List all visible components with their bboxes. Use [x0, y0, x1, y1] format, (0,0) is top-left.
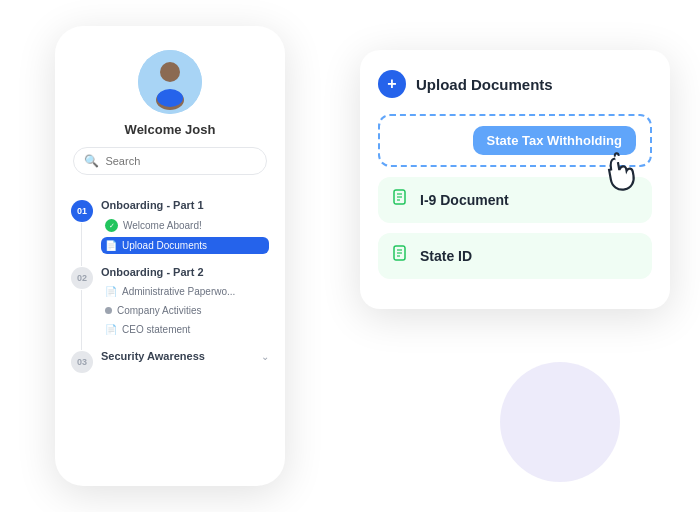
doc-icon-state-id — [392, 245, 410, 267]
avatar — [138, 50, 202, 114]
sub-item-ceo[interactable]: 📄 CEO statement — [101, 321, 269, 338]
upload-card-title: Upload Documents — [416, 76, 553, 93]
doc-icon-ceo: 📄 — [105, 324, 117, 335]
doc-icon-i9 — [392, 189, 410, 211]
phone-header: Welcome Josh 🔍 — [55, 26, 285, 199]
timeline-section-02: 02 Onboarding - Part 2 📄 Administrative … — [71, 266, 269, 340]
bg-decoration-circle-1 — [500, 362, 620, 482]
sub-item-company[interactable]: Company Activities — [101, 302, 269, 319]
sub-label-upload: Upload Documents — [122, 240, 207, 251]
upload-card-header: + Upload Documents — [378, 70, 652, 98]
plus-icon: + — [378, 70, 406, 98]
sub-item-admin[interactable]: 📄 Administrative Paperwo... — [101, 283, 269, 300]
sub-label-admin: Administrative Paperwo... — [122, 286, 235, 297]
doc-item-state-id[interactable]: State ID — [378, 233, 652, 279]
svg-line-12 — [617, 156, 618, 162]
search-bar[interactable]: 🔍 — [73, 147, 266, 175]
section-content-02: Onboarding - Part 2 📄 Administrative Pap… — [101, 266, 269, 340]
timeline-line-02 — [81, 290, 82, 350]
search-icon: 🔍 — [84, 154, 99, 168]
doc-label-i9: I-9 Document — [420, 192, 509, 208]
timeline-section-01: 01 Onboarding - Part 1 ✓ Welcome Aboard!… — [71, 199, 269, 256]
sub-label-company: Company Activities — [117, 305, 201, 316]
doc-icon-upload: 📄 — [105, 240, 117, 251]
welcome-text: Welcome Josh — [125, 122, 216, 137]
doc-icon-admin: 📄 — [105, 286, 117, 297]
section-title-02: Onboarding - Part 2 — [101, 266, 269, 278]
section-title-03: Security Awareness — [101, 350, 261, 362]
dot-icon-company — [105, 307, 112, 314]
timeline-line-01 — [81, 223, 82, 266]
chevron-icon-03: ⌄ — [261, 351, 269, 362]
phone-mockup: Welcome Josh 🔍 01 Onboarding - Part 1 ✓ … — [55, 26, 285, 486]
sub-item-welcome[interactable]: ✓ Welcome Aboard! — [101, 216, 269, 235]
step-number-03: 03 — [71, 351, 93, 373]
section-content-03: Security Awareness ⌄ — [101, 350, 269, 362]
svg-point-1 — [160, 62, 180, 82]
doc-label-state-id: State ID — [420, 248, 472, 264]
step-number-02: 02 — [71, 267, 93, 289]
step-number-01: 01 — [71, 200, 93, 222]
sub-label-welcome: Welcome Aboard! — [123, 220, 202, 231]
section-title-01: Onboarding - Part 1 — [101, 199, 269, 211]
search-input[interactable] — [105, 155, 255, 167]
check-icon: ✓ — [105, 219, 118, 232]
timeline: 01 Onboarding - Part 1 ✓ Welcome Aboard!… — [55, 199, 285, 486]
sub-item-upload[interactable]: 📄 Upload Documents — [101, 237, 269, 254]
timeline-section-03: 03 Security Awareness ⌄ — [71, 350, 269, 373]
section-content-01: Onboarding - Part 1 ✓ Welcome Aboard! 📄 … — [101, 199, 269, 256]
svg-point-3 — [157, 89, 183, 107]
sub-label-ceo: CEO statement — [122, 324, 190, 335]
